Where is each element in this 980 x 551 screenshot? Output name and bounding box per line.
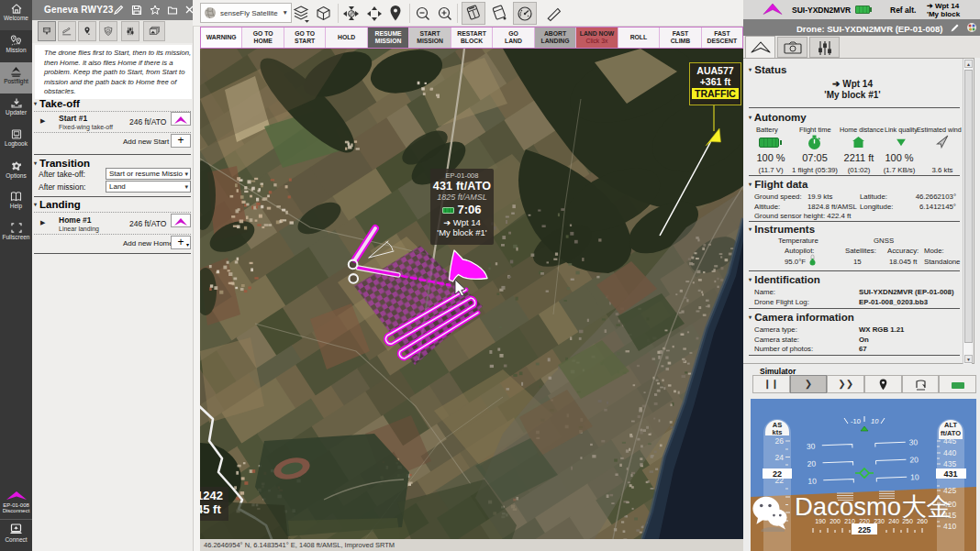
svg-text:kts: kts [773, 428, 783, 436]
svg-text:260: 260 [917, 518, 928, 524]
svg-text:210: 210 [844, 518, 855, 524]
svg-text:425: 425 [943, 486, 956, 495]
svg-text:440: 440 [943, 448, 956, 457]
svg-text:10: 10 [871, 417, 879, 425]
svg-text:20: 20 [807, 459, 816, 468]
svg-text:30: 30 [807, 442, 816, 451]
svg-text:190: 190 [815, 518, 826, 524]
svg-text:240: 240 [888, 518, 899, 524]
svg-text:230: 230 [874, 518, 885, 524]
svg-text:445: 445 [943, 436, 956, 446]
svg-text:435: 435 [943, 459, 956, 468]
svg-text:-10: -10 [851, 417, 861, 425]
svg-text:410: 410 [943, 522, 956, 531]
svg-text:431: 431 [943, 469, 957, 479]
svg-text:200: 200 [830, 518, 841, 524]
svg-text:24: 24 [775, 453, 785, 462]
svg-text:10: 10 [910, 472, 919, 481]
svg-text:ALT: ALT [944, 421, 957, 429]
svg-text:20: 20 [909, 455, 919, 464]
svg-text:415: 415 [943, 511, 956, 520]
svg-text:10: 10 [807, 477, 817, 486]
svg-text:26: 26 [775, 436, 785, 446]
svg-text:30: 30 [909, 437, 919, 446]
svg-text:22: 22 [773, 469, 782, 479]
svg-text:220: 220 [859, 518, 870, 524]
svg-text:250: 250 [902, 518, 913, 524]
svg-text:225: 225 [858, 525, 871, 534]
svg-text:420: 420 [943, 500, 956, 509]
